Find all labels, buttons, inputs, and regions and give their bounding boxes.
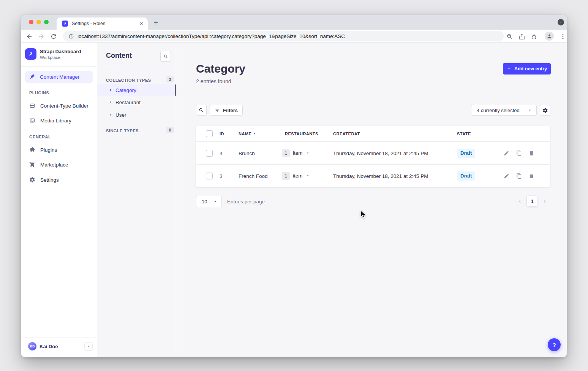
browser-profile-avatar[interactable]	[545, 32, 554, 41]
subnav-title: Content	[106, 52, 132, 60]
maximize-window-button[interactable]	[44, 20, 49, 24]
bullet-icon	[110, 101, 111, 103]
sidebar-item-label: Marketplace	[40, 162, 68, 168]
page-1-button[interactable]: 1	[527, 196, 537, 206]
filter-icon	[215, 108, 220, 113]
subnav-search-button[interactable]	[160, 51, 171, 62]
delete-button[interactable]	[529, 150, 534, 156]
app-name: Strapi Dashboard	[40, 49, 81, 54]
table-row[interactable]: 3 French Food 1item Thursday, November 1…	[196, 164, 550, 187]
add-new-entry-button[interactable]: Add new entry	[503, 63, 551, 75]
gear-icon	[542, 108, 548, 113]
chevron-down-icon	[527, 108, 533, 113]
page-size-dropdown[interactable]: 10	[196, 196, 222, 207]
help-button[interactable]: ?	[548, 338, 561, 351]
next-page-button[interactable]	[542, 198, 548, 204]
table-row[interactable]: 4 Brunch 1item Thursday, November 18, 20…	[196, 141, 550, 164]
column-header-id[interactable]: ID	[220, 132, 224, 136]
delete-button[interactable]	[529, 173, 534, 179]
duplicate-button[interactable]	[516, 173, 522, 179]
tab-close-icon[interactable]	[139, 21, 144, 26]
sidebar-item-content-type-builder[interactable]: Content-Type Builder	[21, 100, 97, 112]
status-badge: Draft	[457, 149, 475, 158]
column-header-state[interactable]: STATE	[457, 132, 471, 136]
select-all-checkbox[interactable]	[206, 130, 213, 137]
divider	[106, 67, 114, 67]
browser-tab-strip: Settings - Roles	[21, 15, 567, 30]
strapi-favicon-icon	[62, 21, 68, 27]
browser-menu-icon[interactable]	[560, 33, 566, 40]
gear-icon	[29, 177, 35, 183]
add-new-entry-label: Add new entry	[514, 66, 547, 71]
zoom-out-icon[interactable]	[506, 33, 513, 40]
url-bar[interactable]: localhost:1337/admin/content-manager/col…	[63, 31, 504, 41]
collapse-sidebar-button[interactable]	[84, 342, 93, 350]
sidebar-item-label: Media Library	[40, 118, 71, 124]
browser-tab[interactable]: Settings - Roles	[57, 17, 148, 30]
previous-page-button[interactable]	[517, 198, 523, 204]
tab-search-button[interactable]	[558, 19, 564, 25]
reload-button[interactable]	[50, 33, 57, 40]
site-info-icon[interactable]	[68, 33, 74, 39]
minimize-window-button[interactable]	[36, 20, 41, 24]
subnav-item-label: Category	[115, 87, 136, 93]
sidebar-item-label: Settings	[40, 177, 59, 183]
cart-icon	[29, 162, 35, 168]
column-header-restaurants[interactable]: RESTAURANTS	[285, 132, 318, 136]
cell-name: French Food	[239, 173, 268, 179]
subnav-item-restaurant[interactable]: Restaurant	[97, 97, 176, 108]
trash-icon	[529, 173, 534, 179]
sidebar-item-label: Content Manager	[40, 74, 79, 80]
bookmark-star-icon[interactable]	[531, 33, 537, 40]
sidebar-item-marketplace[interactable]: Marketplace	[21, 159, 97, 171]
column-header-name[interactable]: NAME	[239, 132, 251, 136]
trash-icon	[529, 150, 534, 156]
close-window-button[interactable]	[29, 20, 33, 24]
fields-selected-dropdown[interactable]: 4 currently selected	[471, 105, 537, 116]
row-checkbox[interactable]	[206, 173, 213, 179]
subnav-scrollbar-thumb[interactable]	[175, 84, 176, 96]
table-header-row: ID NAME RESTAURANTS CREATEDAT STATE	[196, 126, 550, 141]
table-settings-button[interactable]	[540, 105, 550, 116]
forward-button[interactable]	[38, 33, 45, 40]
sort-asc-icon[interactable]	[253, 132, 256, 136]
chevron-down-icon[interactable]	[305, 174, 310, 178]
collection-types-count-badge: 3	[166, 76, 174, 82]
mouse-cursor	[359, 210, 368, 219]
page-title: Category	[196, 62, 245, 75]
brand: Strapi Dashboard Workplace	[25, 48, 81, 60]
cell-restaurants[interactable]: 1item	[282, 149, 310, 157]
chevron-down-icon	[213, 199, 218, 204]
back-button[interactable]	[26, 33, 33, 40]
cell-id: 3	[220, 173, 223, 179]
cell-restaurants[interactable]: 1item	[282, 172, 310, 180]
new-tab-button[interactable]	[153, 19, 159, 26]
fields-selected-value: 4 currently selected	[477, 108, 520, 113]
sidebar-item-settings[interactable]: Settings	[21, 174, 97, 186]
plugins-section-header: PLUGINS	[29, 90, 49, 95]
column-header-createdat[interactable]: CREATEDAT	[333, 132, 360, 136]
row-checkbox[interactable]	[206, 150, 213, 157]
puzzle-icon	[29, 147, 35, 153]
edit-button[interactable]	[504, 150, 509, 156]
cell-createdat: Thursday, November 18, 2021 at 2:45 PM	[333, 150, 428, 156]
subnav-item-category[interactable]: Category	[97, 84, 176, 96]
sidebar-item-plugins[interactable]: Plugins	[21, 144, 97, 156]
subnav-item-user[interactable]: User	[97, 109, 176, 120]
relation-count-badge: 1	[282, 149, 290, 157]
sidebar-item-content-manager[interactable]: Content Manager	[25, 71, 93, 83]
relation-count-badge: 1	[282, 172, 290, 180]
sidebar-item-media-library[interactable]: Media Library	[21, 114, 97, 127]
chevron-down-icon[interactable]	[305, 151, 310, 155]
filters-button[interactable]: Filters	[210, 105, 243, 116]
share-icon[interactable]	[518, 33, 525, 40]
main-sidebar: Strapi Dashboard Workplace Content Manag…	[21, 43, 97, 357]
table-search-button[interactable]	[196, 105, 207, 116]
user-avatar[interactable]: KD	[28, 342, 36, 350]
duplicate-button[interactable]	[516, 150, 522, 156]
cell-name: Brunch	[239, 150, 255, 156]
divider	[21, 66, 97, 67]
edit-button[interactable]	[504, 173, 509, 179]
tab-title: Settings - Roles	[72, 21, 139, 26]
cell-id: 4	[220, 150, 223, 156]
